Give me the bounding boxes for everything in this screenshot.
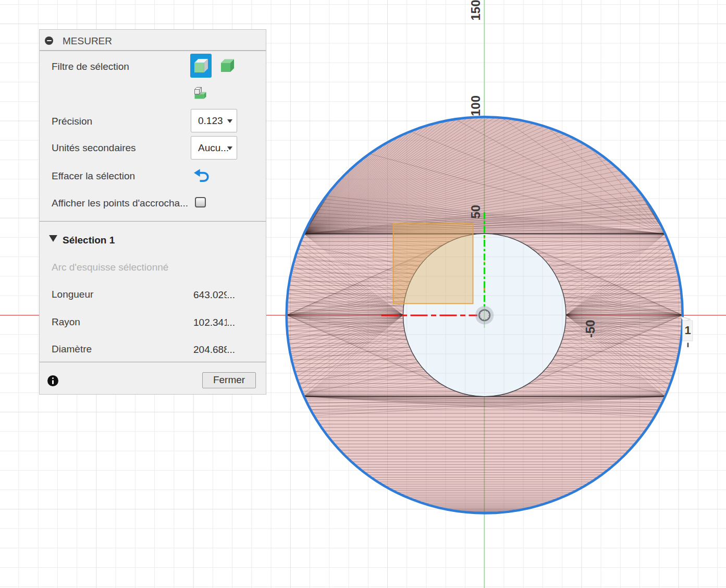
- svg-text:50: 50: [469, 205, 483, 219]
- svg-text:150: 150: [469, 0, 483, 21]
- svg-text:-50: -50: [583, 320, 597, 338]
- svg-text:1: 1: [685, 324, 691, 337]
- svg-text:100: 100: [469, 95, 483, 116]
